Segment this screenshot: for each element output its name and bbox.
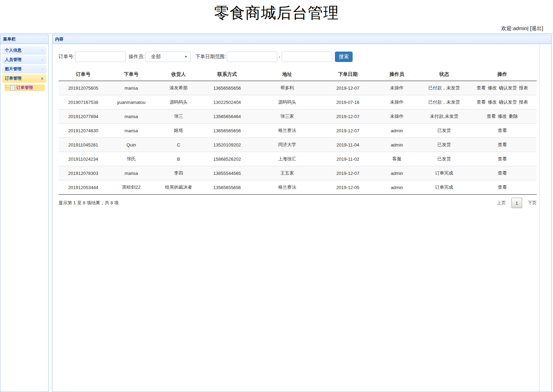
- search-button[interactable]: 搜索: [335, 52, 353, 62]
- column-header: 订单号: [59, 68, 108, 81]
- cell-actions: 查看: [468, 180, 537, 195]
- cell-date: 2019-12-07: [322, 124, 373, 138]
- date-to-input[interactable]: [282, 52, 332, 62]
- cell-receiver: 李四: [155, 166, 202, 180]
- cell-address: 格兰赛法: [252, 180, 322, 195]
- sidebar-item[interactable]: 订单管理«: [2, 74, 46, 83]
- cell-address: 王五家: [252, 166, 322, 180]
- action-link[interactable]: 查看: [477, 99, 486, 105]
- cell-status: 订单完成: [421, 180, 468, 195]
- cell-actions: 查看: [468, 166, 537, 180]
- column-header: 联系方式: [202, 68, 252, 81]
- action-link[interactable]: 查看: [487, 114, 496, 119]
- cell-operator: admin: [373, 180, 421, 195]
- cell-order-id: 201912075605: [59, 81, 108, 95]
- cell-contact: 13022502404: [202, 95, 252, 109]
- cell-order-id: 201911024234: [59, 152, 108, 166]
- cell-order-id: 201912078303: [59, 166, 108, 180]
- cell-order-id: 201912077894: [59, 109, 108, 124]
- action-link[interactable]: 确认发货: [499, 85, 517, 90]
- current-page-button[interactable]: 1: [511, 198, 522, 208]
- sidebar-item[interactable]: 个人信息«: [2, 46, 46, 55]
- action-link[interactable]: 报表: [519, 99, 528, 105]
- cell-date: 2019-12-07: [322, 109, 373, 124]
- cell-receiver: C: [155, 138, 202, 152]
- page-title: 零食商城后台管理: [0, 0, 553, 23]
- sidebar-item[interactable]: 人员管理«: [2, 55, 46, 64]
- cell-actions: 查看: [468, 124, 537, 138]
- cell-receiver: B: [155, 152, 202, 166]
- cell-status: 已付款，未发货: [421, 81, 468, 95]
- action-link[interactable]: 查看: [498, 128, 507, 133]
- chevron-down-icon: «: [41, 68, 45, 70]
- action-link[interactable]: 报表: [519, 85, 528, 90]
- cell-contact: 13565655656: [202, 180, 252, 195]
- cell-order-id: 201907167538: [59, 95, 108, 109]
- table-row: 201912078303marisa李四13855544565王五家2019-1…: [59, 166, 537, 180]
- next-page-button[interactable]: 下页: [528, 200, 537, 206]
- cell-orderer: Quin: [108, 138, 155, 152]
- cell-orderer: 张氏: [108, 152, 155, 166]
- tree-elbow-icon: [5, 85, 9, 88]
- cell-operator: 未操作: [373, 95, 421, 109]
- logout-link[interactable]: [退出]: [530, 25, 543, 31]
- sidebar-item[interactable]: 图片管理«: [2, 65, 46, 73]
- sidebar-item-label: 人员管理: [5, 57, 21, 63]
- sidebar-item-label: 订单管理: [5, 75, 21, 81]
- cell-orderer: marisa: [108, 81, 155, 95]
- cell-date: 2019-07-16: [322, 95, 373, 109]
- table-row: 201912075605marisa湊友希那13656565656帮多利2019…: [59, 81, 537, 95]
- page: 零食商城后台管理 欢迎:admin| [退出] 菜单栏 « 个人信息«人员管理«…: [0, 0, 553, 392]
- cell-operator: admin: [373, 124, 421, 138]
- search-form: 订单号: 操作员: 全部 ▼ 下单日期范围: - 搜索: [52, 44, 539, 65]
- cell-status: 未付款,未发货: [421, 109, 468, 124]
- date-from-input[interactable]: [227, 52, 277, 62]
- page-header: 零食商城后台管理 欢迎:admin| [退出]: [0, 0, 553, 34]
- cell-status: 已发货: [421, 124, 468, 138]
- action-link[interactable]: 修改: [488, 99, 497, 105]
- cell-actions: 查看修改确认发货报表: [468, 81, 537, 95]
- chevron-up-icon: «: [41, 77, 45, 80]
- cell-status: 订单完成: [421, 166, 468, 180]
- action-link[interactable]: 删除: [509, 114, 518, 119]
- cell-receiver: 张三: [155, 109, 202, 124]
- cell-status: 已付款，未发货: [421, 95, 468, 109]
- column-header: 下单日期: [322, 68, 373, 81]
- cell-order-id: 201911045281: [59, 138, 108, 152]
- sidebar-title: 菜单栏: [3, 35, 16, 44]
- action-link[interactable]: 查看: [498, 170, 507, 176]
- content-body: 订单号: 操作员: 全部 ▼ 下单日期范围: - 搜索 订单: [52, 44, 540, 392]
- cell-address: 帮多利: [252, 81, 322, 95]
- cell-operator: 未操作: [373, 109, 421, 124]
- cell-actions: 查看: [468, 152, 537, 166]
- column-header: 收货人: [155, 68, 202, 81]
- action-link[interactable]: 查看: [498, 185, 507, 190]
- action-link[interactable]: 查看: [498, 156, 507, 161]
- operator-select-value: 全部: [151, 54, 161, 60]
- cell-address: 源码码头: [252, 95, 322, 109]
- collapse-sidebar-icon[interactable]: «: [43, 35, 45, 44]
- results-info: 显示第 1 至 8 项结果，共 8 项: [59, 200, 119, 206]
- column-header: 操作: [468, 68, 537, 81]
- cell-actions: 查看修改删除: [468, 109, 537, 124]
- table-row: 201911045281QuinC13520109202同济大学2019-11-…: [59, 138, 537, 152]
- table-row: 201911024234张氏B15868526202上海徐汇2019-11-02…: [59, 152, 537, 166]
- cell-contact: 13656565656: [202, 124, 252, 138]
- action-link[interactable]: 确认发货: [499, 99, 517, 105]
- cell-contact: 13656565656: [202, 81, 252, 95]
- cell-operator: 客服: [373, 152, 421, 166]
- content-header: 内容: [52, 35, 551, 44]
- operator-select[interactable]: 全部 ▼: [145, 52, 191, 62]
- action-link[interactable]: 查看: [498, 142, 507, 147]
- cell-contact: 13855544565: [202, 166, 252, 180]
- sidebar-item-label: 个人信息: [5, 47, 21, 53]
- sidebar-header: 菜单栏 «: [0, 35, 48, 44]
- action-link[interactable]: 修改: [498, 114, 507, 119]
- cell-actions: 查看修改确认发货报表: [468, 95, 537, 109]
- cell-operator: 未操作: [373, 81, 421, 95]
- action-link[interactable]: 修改: [488, 85, 497, 90]
- sidebar-subitem-order-management[interactable]: 订单管理: [5, 84, 45, 91]
- prev-page-button[interactable]: 上页: [497, 200, 506, 206]
- action-link[interactable]: 查看: [477, 85, 486, 90]
- order-no-input[interactable]: [75, 52, 126, 62]
